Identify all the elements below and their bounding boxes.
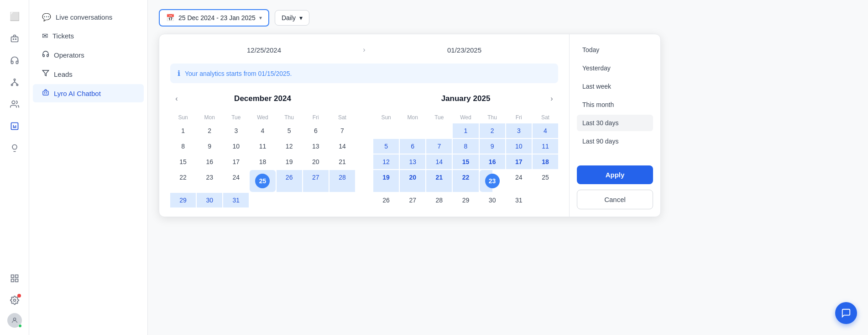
cal-day-jan-6[interactable]: 6 <box>400 139 425 154</box>
cal-day-dec-9[interactable]: 9 <box>197 139 222 154</box>
cal-day-dec-26[interactable]: 26 <box>277 170 302 192</box>
preset-yesterday[interactable]: Yesterday <box>577 60 653 76</box>
cal-day-jan-15[interactable]: 15 <box>453 154 478 169</box>
cal-day-jan-19[interactable]: 19 <box>373 170 399 192</box>
cal-day-jan-10[interactable]: 10 <box>506 139 532 154</box>
cal-day-jan-23[interactable]: 23 <box>480 170 505 192</box>
cal-day-jan-17[interactable]: 17 <box>506 154 532 169</box>
cal-day-dec-7[interactable]: 7 <box>329 123 355 138</box>
calendar-main: 12/25/2024 › 01/23/2025 ℹ Your analytics… <box>159 34 569 217</box>
cal-day-dec-21[interactable]: 21 <box>329 154 355 169</box>
cal-day-dec-15[interactable]: 15 <box>170 154 196 169</box>
cal-day-dec-23[interactable]: 23 <box>197 170 222 192</box>
cal-day-jan-5[interactable]: 5 <box>373 139 399 154</box>
apply-button[interactable]: Apply <box>577 165 653 184</box>
cal-day-jan-21[interactable]: 21 <box>426 170 452 192</box>
preset-today[interactable]: Today <box>577 42 653 58</box>
daily-dropdown-button[interactable]: Daily ▾ <box>275 10 309 26</box>
cal-day-jan-25[interactable]: 25 <box>533 170 558 192</box>
sidebar-item-leads[interactable]: Leads <box>33 65 144 83</box>
cal-day-jan-3[interactable]: 3 <box>506 123 532 138</box>
users-nav-icon[interactable] <box>5 95 24 113</box>
cal-day-dec-14[interactable]: 14 <box>329 139 355 154</box>
cal-day-jan-29[interactable]: 29 <box>453 193 478 207</box>
cal-day-jan-13[interactable]: 13 <box>400 154 425 169</box>
settings-nav-icon[interactable] <box>5 291 24 309</box>
bulb-nav-icon[interactable] <box>5 139 24 157</box>
grid-nav-icon[interactable] <box>5 269 24 287</box>
cal-day-dec-10[interactable]: 10 <box>223 139 249 154</box>
hierarchy-nav-icon[interactable] <box>5 73 24 91</box>
cal-day-jan-1[interactable]: 1 <box>453 123 478 138</box>
sidebar-item-live-conversations[interactable]: 💬 Live conversations <box>33 8 144 26</box>
date-range-label: 25 Dec 2024 - 23 Jan 2025 <box>178 14 256 21</box>
cal-day-jan-2[interactable]: 2 <box>480 123 505 138</box>
topbar: 📅 25 Dec 2024 - 23 Jan 2025 ▾ Daily ▾ <box>159 9 857 27</box>
cal-day-dec-6[interactable]: 6 <box>303 123 329 138</box>
sidebar-item-operators[interactable]: Operators <box>33 46 144 64</box>
cal-day-jan-30[interactable]: 30 <box>480 193 505 207</box>
prev-month-arrow[interactable]: ‹ <box>170 92 183 105</box>
preset-this-month[interactable]: This month <box>577 96 653 113</box>
dow-sun-jan: Sun <box>373 112 399 122</box>
cal-day-dec-29[interactable]: 29 <box>170 193 196 207</box>
cal-day-dec-5[interactable]: 5 <box>277 123 302 138</box>
to-date-input[interactable]: 01/23/2025 <box>371 46 558 54</box>
cal-day-jan-27[interactable]: 27 <box>400 193 425 207</box>
cal-day-dec-19[interactable]: 19 <box>277 154 302 169</box>
cal-day-jan-8[interactable]: 8 <box>453 139 478 154</box>
cal-day-dec-11[interactable]: 11 <box>250 139 275 154</box>
cal-day-dec-22[interactable]: 22 <box>170 170 196 192</box>
cal-day-jan-7[interactable]: 7 <box>426 139 452 154</box>
right-nav-arrow[interactable]: › <box>358 43 371 56</box>
cal-day-jan-22[interactable]: 22 <box>453 170 478 192</box>
date-input-nav: 12/25/2024 › 01/23/2025 <box>170 43 558 56</box>
date-range-button[interactable]: 📅 25 Dec 2024 - 23 Jan 2025 ▾ <box>159 9 269 27</box>
cal-day-jan-20[interactable]: 20 <box>400 170 425 192</box>
cal-day-dec-1[interactable]: 1 <box>170 123 196 138</box>
cal-day-dec-12[interactable]: 12 <box>277 139 302 154</box>
sidebar-item-label: Leads <box>54 70 73 78</box>
preset-last-week[interactable]: Last week <box>577 78 653 95</box>
cal-day-jan-9[interactable]: 9 <box>480 139 505 154</box>
cal-day-dec-24[interactable]: 24 <box>223 170 249 192</box>
cal-day-jan-11[interactable]: 11 <box>533 139 558 154</box>
headset-nav-icon[interactable] <box>5 51 24 69</box>
cal-day-dec-2[interactable]: 2 <box>197 123 222 138</box>
cal-day-dec-20[interactable]: 20 <box>303 154 329 169</box>
cal-day-jan-12[interactable]: 12 <box>373 154 399 169</box>
next-month-arrow[interactable]: › <box>545 92 558 105</box>
cancel-button[interactable]: Cancel <box>577 190 653 209</box>
cal-day-dec-28[interactable]: 28 <box>329 170 355 192</box>
user-avatar[interactable] <box>7 313 22 328</box>
monitor-nav-icon[interactable]: ⬜ <box>5 7 24 26</box>
from-date-input[interactable]: 12/25/2024 <box>170 46 358 54</box>
cal-day-dec-17[interactable]: 17 <box>223 154 249 169</box>
sidebar-item-lyro-ai[interactable]: Lyro AI Chatbot <box>33 84 144 102</box>
cal-day-jan-28[interactable]: 28 <box>426 193 452 207</box>
cal-day-dec-27[interactable]: 27 <box>303 170 329 192</box>
cal-day-dec-25[interactable]: 25 <box>250 170 275 192</box>
chat-bubble-button[interactable] <box>835 302 857 324</box>
cal-day-jan-16[interactable]: 16 <box>480 154 505 169</box>
cal-day-dec-18[interactable]: 18 <box>250 154 275 169</box>
chart-nav-icon[interactable] <box>5 117 24 135</box>
cal-day-jan-31[interactable]: 31 <box>506 193 532 207</box>
preset-last-30-days[interactable]: Last 30 days <box>577 115 653 131</box>
cal-day-dec-16[interactable]: 16 <box>197 154 222 169</box>
cal-day-dec-31[interactable]: 31 <box>223 193 249 207</box>
cal-day-jan-4[interactable]: 4 <box>533 123 558 138</box>
preset-last-90-days[interactable]: Last 90 days <box>577 133 653 149</box>
cal-day-jan-26[interactable]: 26 <box>373 193 399 207</box>
bot-nav-icon[interactable] <box>5 29 24 48</box>
cal-day-dec-13[interactable]: 13 <box>303 139 329 154</box>
january-title: January 2025 <box>386 94 545 103</box>
cal-day-jan-24[interactable]: 24 <box>506 170 532 192</box>
cal-day-jan-18[interactable]: 18 <box>533 154 558 169</box>
cal-day-dec-4[interactable]: 4 <box>250 123 275 138</box>
cal-day-jan-14[interactable]: 14 <box>426 154 452 169</box>
cal-day-dec-3[interactable]: 3 <box>223 123 249 138</box>
cal-day-dec-8[interactable]: 8 <box>170 139 196 154</box>
sidebar-item-tickets[interactable]: ✉ Tickets <box>33 27 144 45</box>
cal-day-dec-30[interactable]: 30 <box>197 193 222 207</box>
